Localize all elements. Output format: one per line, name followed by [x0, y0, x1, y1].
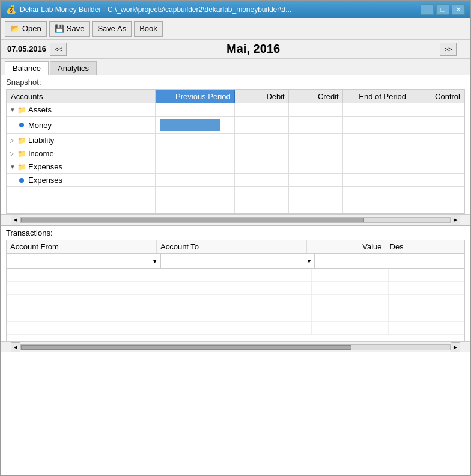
title-bar: 💰 Dekar Lab Money Builder - C:\_work\pro… [1, 1, 470, 18]
tab-bar: Balance Analytics [1, 59, 470, 75]
transactions-header: Transactions: [1, 225, 470, 240]
folder-icon: 📁 [17, 136, 26, 145]
tx-cell [7, 269, 159, 281]
cell [288, 174, 342, 187]
tx-cell [389, 308, 465, 321]
tx-cell [7, 295, 159, 308]
row-label: Liability [28, 136, 54, 145]
date-bar: 07.05.2016 << Mai, 2016 >> [1, 40, 470, 59]
money-input[interactable] [160, 119, 220, 131]
cell [410, 134, 464, 147]
tx-cell [7, 322, 159, 334]
cell [410, 117, 464, 134]
save-as-button[interactable]: Save As [92, 21, 132, 37]
tx-row [7, 295, 464, 308]
cell [156, 103, 235, 117]
tx-row [7, 308, 464, 322]
transactions-label: Transactions: [6, 228, 53, 237]
cell-prev-period-money[interactable] [156, 117, 235, 134]
tx-cell [159, 295, 312, 308]
open-icon: 📂 [10, 24, 20, 33]
window-title: Dekar Lab Money Builder - C:\_work\proje… [20, 5, 291, 14]
expand-icon[interactable]: ▼ [10, 106, 16, 113]
table-row: Money [7, 117, 464, 134]
cell [410, 160, 464, 174]
cell [234, 174, 288, 187]
row-label: Assets [28, 105, 52, 114]
account-from-dropdown[interactable]: ▼ [7, 254, 161, 268]
table-row [7, 200, 464, 213]
open-button[interactable]: 📂 Open [5, 21, 47, 37]
tx-scroll-track[interactable] [20, 344, 451, 350]
save-button[interactable]: 💾 Save [49, 21, 90, 37]
tx-scroll-thumb[interactable] [21, 345, 351, 350]
scroll-thumb[interactable] [21, 218, 364, 222]
tx-cell [312, 269, 389, 281]
cell [156, 147, 235, 160]
col-prev-period[interactable]: Previous Period [156, 90, 235, 103]
tx-rows-area [7, 269, 464, 341]
dropdown-arrow-icon: ▼ [306, 258, 312, 264]
tx-cell [389, 269, 465, 281]
tx-cell [312, 295, 389, 308]
circle-icon [19, 178, 24, 183]
account-to-dropdown[interactable]: ▼ [161, 254, 315, 268]
book-button[interactable]: Book [134, 21, 163, 37]
save-label: Save [67, 24, 85, 33]
tx-cell [312, 308, 389, 321]
tx-cell [389, 295, 465, 308]
transactions-table: Account From Account To Value Des ▼ ▼ [6, 240, 465, 341]
tx-scroll-right-arrow[interactable]: ► [451, 342, 460, 353]
cell [410, 147, 464, 160]
cell [288, 103, 342, 117]
tx-cell [159, 308, 312, 321]
folder-icon: 📁 [17, 163, 26, 171]
cell [156, 174, 235, 187]
snapshot-scrollbar[interactable]: ◄ ► [1, 214, 470, 225]
book-label: Book [139, 24, 157, 33]
cell [342, 174, 410, 187]
cell [156, 160, 235, 174]
save-icon: 💾 [55, 24, 64, 33]
current-date: 07.05.2016 [7, 44, 46, 53]
main-content: Snapshot: Accounts Previous Period Debit… [1, 75, 470, 476]
cell [234, 147, 288, 160]
col-debit: Debit [234, 90, 288, 103]
dropdown-arrow-icon: ▼ [152, 258, 158, 264]
expand-icon[interactable]: ▷ [10, 137, 16, 144]
table-row: ▼ 📁 Assets [7, 103, 464, 117]
cell [234, 134, 288, 147]
tx-cell [389, 322, 465, 334]
scroll-left-arrow[interactable]: ◄ [11, 215, 20, 225]
prev-month-button[interactable]: << [50, 43, 67, 56]
cell [288, 160, 342, 174]
close-button[interactable]: ✕ [452, 4, 465, 15]
snapshot-section: Snapshot: Accounts Previous Period Debit… [1, 75, 470, 225]
tx-scrollbar[interactable]: ◄ ► [1, 341, 470, 352]
scroll-track[interactable] [20, 217, 451, 223]
table-row: ▼ 📁 Expenses [7, 160, 464, 174]
toolbar: 📂 Open 💾 Save Save As Book [1, 18, 470, 40]
tx-cell [7, 308, 159, 321]
row-label: Income [28, 149, 54, 158]
cell [234, 103, 288, 117]
cell [342, 134, 410, 147]
col-credit: Credit [288, 90, 342, 103]
app-icon: 💰 [6, 5, 16, 14]
table-row: Expenses [7, 174, 464, 187]
tx-cell [312, 322, 389, 334]
expand-icon[interactable]: ▷ [10, 150, 16, 157]
cell [234, 117, 288, 134]
scroll-right-arrow[interactable]: ► [451, 215, 460, 225]
expand-icon[interactable]: ▼ [10, 163, 16, 170]
tab-analytics[interactable]: Analytics [50, 61, 97, 75]
minimize-button[interactable]: ─ [421, 4, 434, 15]
tab-balance[interactable]: Balance [5, 61, 49, 75]
folder-icon: 📁 [17, 150, 26, 158]
next-month-button[interactable]: >> [440, 43, 457, 56]
maximize-button[interactable]: □ [436, 4, 449, 15]
col-control: Control [410, 90, 464, 103]
tx-scroll-left-arrow[interactable]: ◄ [11, 342, 20, 353]
cell [288, 147, 342, 160]
cell [410, 103, 464, 117]
